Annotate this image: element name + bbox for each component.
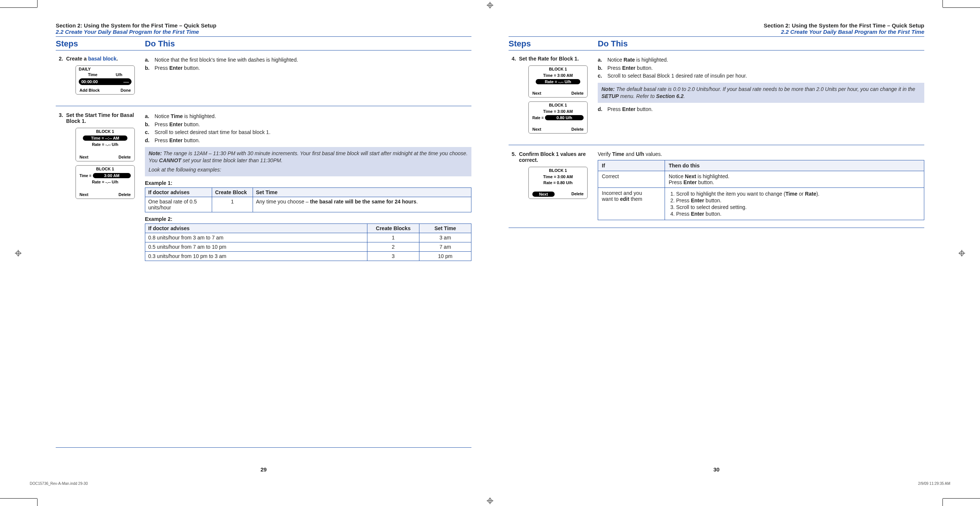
- table-row: 0.8 units/hour from 3 am to 7 am13 am: [145, 233, 471, 243]
- text: Set the Start Time for Basal Block 1.: [66, 112, 134, 124]
- verify-line: Verify Time and U/h values.: [598, 151, 924, 157]
- page-30: Section 2: Using the System for the Firs…: [490, 22, 943, 484]
- sub-body: Notice Time is highlighted.: [154, 113, 471, 120]
- sub-label: a.: [145, 56, 154, 64]
- text: button.: [704, 198, 721, 203]
- text: and: [624, 151, 636, 157]
- th-create-blocks: Create Blocks: [368, 224, 419, 233]
- device-selected-time: Time = --:-- AM: [83, 135, 127, 141]
- enter-word: Enter: [169, 121, 183, 127]
- td: 3: [368, 252, 419, 261]
- crop-mark: [0, 8, 37, 8]
- enter-word: Enter: [684, 179, 697, 185]
- rule: [56, 106, 471, 106]
- text: Press: [154, 65, 169, 71]
- registration-mark-icon: [958, 250, 965, 257]
- device-selected-row: 00:00:00 ----: [79, 78, 132, 85]
- enter-word: Enter: [622, 65, 636, 71]
- device-screen-block1d: BLOCK 1 Time = 3:00 AM Rate = 0.80 U/h N…: [528, 102, 588, 134]
- td: 1: [212, 197, 253, 213]
- text: .: [684, 93, 685, 99]
- note-line: Look at the following examples:: [149, 166, 468, 173]
- crop-mark: [37, 0, 38, 8]
- text: Confirm Block 1 values are correct.: [519, 151, 586, 163]
- step-number: 4.: [509, 56, 519, 137]
- device-add-block: Add Block: [80, 88, 100, 92]
- step-number: 3.: [56, 112, 66, 261]
- step-5: 5. Confirm Block 1 values are correct. B…: [509, 149, 924, 224]
- step-number: 2.: [56, 56, 66, 98]
- sub-label: a.: [598, 56, 608, 64]
- text: Create a: [66, 56, 88, 62]
- step-title: Confirm Block 1 values are correct. BLOC…: [519, 151, 598, 220]
- example-1-label: Example 1:: [145, 180, 471, 186]
- steps-heading: Steps: [509, 37, 598, 50]
- col-time: Time: [88, 72, 97, 77]
- text: them: [629, 196, 642, 202]
- subsection-title: 2.2 Create Your Daily Basal Program for …: [56, 29, 471, 35]
- text: Notice: [669, 173, 685, 179]
- sub-label: c.: [598, 72, 608, 80]
- text: Scroll to highlight the item you want to…: [676, 191, 785, 197]
- page-number: 30: [490, 466, 943, 473]
- th-advises: If doctor advises: [145, 224, 368, 233]
- device-screen-block1a: BLOCK 1 Time = --:-- AM Rate = -.-- U/h …: [75, 128, 135, 162]
- device-rate: Rate = -.-- U/h: [76, 141, 134, 148]
- td: 10 pm: [419, 252, 471, 261]
- sub-label: b.: [598, 65, 608, 72]
- rule: [56, 50, 471, 51]
- text-bold: the basal rate will be the same for 24 h…: [310, 198, 417, 205]
- rule: [509, 50, 924, 51]
- time-label: Time =: [80, 174, 91, 178]
- section-title: Section 2: Using the System for the Firs…: [56, 22, 471, 29]
- device-time: Time = 3:00 AM: [529, 72, 587, 78]
- text: button.: [697, 179, 714, 185]
- page-header: Section 2: Using the System for the Firs…: [509, 22, 924, 35]
- section-title: Section 2: Using the System for the Firs…: [509, 22, 924, 29]
- table-row: 0.3 units/hour from 10 pm to 3 am310 pm: [145, 252, 471, 261]
- device-selected-rate: 0.80 U/h: [545, 115, 584, 120]
- td: 1: [368, 233, 419, 243]
- device-columns: Time U/h: [76, 72, 134, 77]
- note-label: Note:: [149, 150, 162, 156]
- step-number: 5.: [509, 151, 519, 220]
- th-advises: If doctor advises: [145, 188, 212, 197]
- text: .: [116, 56, 118, 62]
- note-box: Note: The default basal rate is 0.0 to 2…: [598, 83, 924, 103]
- step-2-substeps: a.Notice that the first block's time lin…: [145, 56, 471, 71]
- text: The default basal rate is 0.0 to 2.0 Uni…: [615, 86, 915, 92]
- sub-body: Notice Rate is highlighted.: [608, 56, 924, 64]
- crop-mark: [942, 498, 943, 506]
- text: want to: [602, 196, 620, 202]
- page-29: Section 2: Using the System for the Firs…: [37, 22, 490, 484]
- rule: [509, 228, 924, 228]
- sub-body: Scroll to select Basal Block 1 desired r…: [608, 72, 924, 80]
- enter-word: Enter: [691, 211, 704, 217]
- th-set-time: Set Time: [253, 188, 471, 197]
- text: is highlighted.: [696, 173, 730, 179]
- text: Press: [608, 65, 622, 71]
- time-word: Time: [612, 151, 624, 157]
- enter-word: Enter: [691, 198, 704, 203]
- enter-word: Enter: [169, 65, 183, 71]
- device-time: Time = 3:00 AM: [529, 108, 587, 114]
- step-title: Set the Rate for Block 1. BLOCK 1 Time =…: [519, 56, 598, 137]
- td-incorrect: Incorrect and you want to edit them: [598, 188, 665, 220]
- td: 0.3 units/hour from 10 pm to 3 am: [145, 252, 368, 261]
- example-2-table: If doctor advises Create Blocks Set Time…: [145, 224, 471, 261]
- text: Press: [154, 137, 169, 143]
- example-1-table: If doctor advises Create Block Set Time …: [145, 187, 471, 213]
- device-delete: Delete: [571, 127, 584, 132]
- device-title: BLOCK 1: [76, 128, 134, 135]
- device-delete: Delete: [571, 192, 584, 197]
- sel-time: 00:00:00: [81, 79, 98, 84]
- device-delete: Delete: [571, 91, 584, 95]
- step-4: 4. Set the Rate for Block 1. BLOCK 1 Tim…: [509, 54, 924, 141]
- crop-mark: [0, 498, 37, 498]
- text: button.: [182, 65, 200, 71]
- text: Press: [669, 179, 684, 185]
- crop-mark: [943, 8, 980, 8]
- cannot-word: CANNOT: [159, 157, 181, 163]
- registration-mark-icon: [15, 250, 22, 257]
- edit-word: edit: [620, 196, 629, 202]
